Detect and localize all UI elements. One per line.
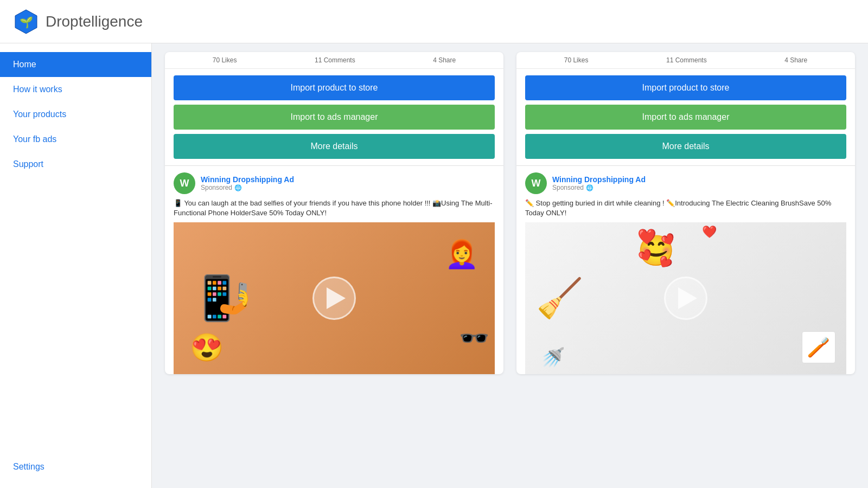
share-count-1: 4 Share [433,56,456,64]
ad-page-name-1: Winning Dropshipping Ad [201,175,294,184]
import-ads-manager-button-1[interactable]: Import to ads manager [174,105,495,130]
play-triangle-2 [678,287,697,309]
more-details-button-1[interactable]: More details [174,134,495,159]
girls-emoji: 👩‍🦰 [445,239,478,270]
sidebar-item-your-products[interactable]: Your products [0,102,151,127]
play-triangle-1 [327,287,346,309]
ad-sponsored-2: Sponsored 🌐 [552,184,646,191]
ad-avatar-1: W [174,172,195,194]
logo-icon: 🌱 [13,9,39,35]
ad-preview-1: W Winning Dropshipping Ad Sponsored 🌐 📱 … [165,165,503,374]
card-actions-2: Import product to store Import to ads ma… [516,69,855,165]
share-count-2: 4 Share [784,56,807,64]
likes-count-1: 70 Likes [213,56,237,64]
comments-count-2: 11 Comments [666,56,707,64]
sidebar-item-support[interactable]: Support [0,152,151,177]
ad-header-2: W Winning Dropshipping Ad Sponsored 🌐 [525,172,846,194]
sidebar-item-how-it-works[interactable]: How it works [0,77,151,102]
main-layout: Home How it works Your products Your fb … [0,43,868,488]
cleaning-brush-emoji: 🧹 [536,276,583,320]
play-button-2[interactable] [664,277,707,320]
sidebar-spacer [0,177,151,454]
ad-preview-2: W Winning Dropshipping Ad Sponsored 🌐 ✏️… [516,165,855,374]
sidebar-item-settings[interactable]: Settings [0,454,151,479]
app-title: Droptelligence [46,13,143,30]
love-face-emoji-1: 😍 [190,332,224,363]
logo-container: 🌱 Droptelligence [13,9,143,35]
more-details-button-2[interactable]: More details [525,134,846,159]
svg-text:🌱: 🌱 [20,16,33,29]
ad-page-name-2: Winning Dropshipping Ad [552,175,646,184]
card-actions-1: Import product to store Import to ads ma… [165,69,503,165]
import-ads-manager-button-2[interactable]: Import to ads manager [525,105,846,130]
ad-meta-2: Winning Dropshipping Ad Sponsored 🌐 [552,175,646,191]
cards-grid: 70 Likes 11 Comments 4 Share Import prod… [165,43,855,374]
heart-emoji-1: ❤️ [637,228,656,246]
globe-icon-1: 🌐 [234,184,242,191]
globe-icon-2: 🌐 [586,184,593,191]
main-content: 70 Likes 11 Comments 4 Share Import prod… [152,43,868,488]
import-product-store-button-1[interactable]: Import product to store [174,75,495,100]
brush-product-img: 🪥 [802,331,835,363]
ad-sponsored-1: Sponsored 🌐 [201,184,294,191]
likes-count-2: 70 Likes [564,56,589,64]
sunglasses-girl-emoji: 🕶️ [459,324,489,352]
app-header: 🌱 Droptelligence [0,0,868,43]
sidebar: Home How it works Your products Your fb … [0,43,152,488]
comments-count-1: 11 Comments [315,56,355,64]
ad-header-1: W Winning Dropshipping Ad Sponsored 🌐 [174,172,495,194]
ad-avatar-2: W [525,172,547,194]
ad-text-2: ✏️ Stop getting buried in dirt while cle… [525,198,846,218]
import-product-store-button-2[interactable]: Import product to store [525,75,846,100]
selfie-stick-emoji: 🤳 [217,281,254,316]
product-card-2: 70 Likes 11 Comments 4 Share Import prod… [516,52,855,374]
ad-image-1: 📱 🤳 👩‍🦰 🕶️ 😍 [174,222,495,374]
sidebar-item-home[interactable]: Home [0,52,151,77]
shower-bg-emoji: 🚿 [541,346,565,369]
ad-meta-1: Winning Dropshipping Ad Sponsored 🌐 [201,175,294,191]
stats-bar-1: 70 Likes 11 Comments 4 Share [165,52,503,69]
heart-emoji-2: ❤️ [702,225,717,239]
product-card-1: 70 Likes 11 Comments 4 Share Import prod… [165,52,503,374]
stats-bar-2: 70 Likes 11 Comments 4 Share [516,52,855,69]
play-button-1[interactable] [312,277,356,320]
sidebar-item-your-fb-ads[interactable]: Your fb ads [0,127,151,152]
ad-image-2: 🧹 🥰 ❤️ ❤️ 🪥 🚿 [525,222,846,374]
ad-text-1: 📱 You can laugh at the bad selfies of yo… [174,198,495,218]
brush-product-emoji: 🪥 [807,336,831,357]
